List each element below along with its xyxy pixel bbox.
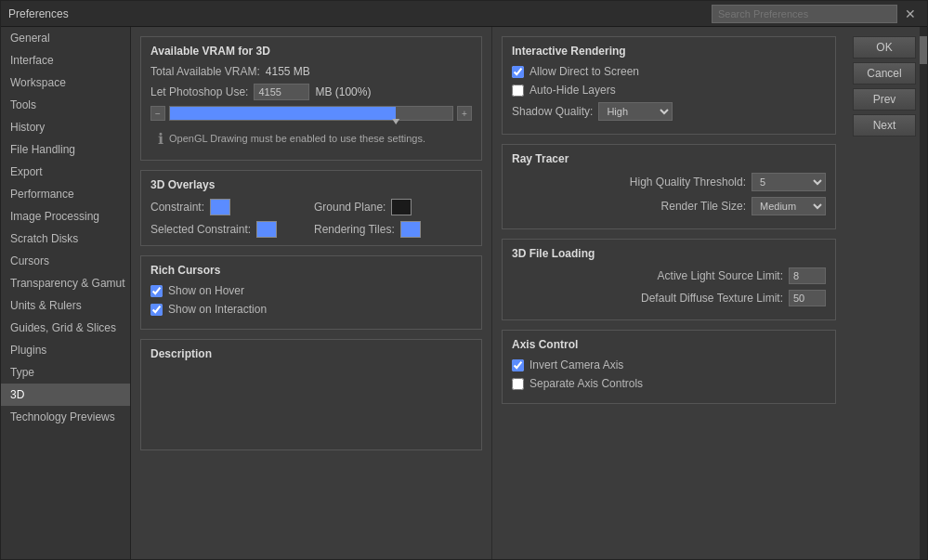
search-input[interactable]	[712, 5, 897, 23]
high-quality-select[interactable]: 5 10 15	[752, 173, 826, 191]
selected-constraint-swatch[interactable]	[256, 221, 277, 238]
main-content: General Interface Workspace Tools Histor…	[1, 27, 927, 559]
sidebar-item-general[interactable]: General	[1, 27, 130, 49]
right-panel: Interactive Rendering Allow Direct to Sc…	[492, 27, 845, 559]
prev-button[interactable]: Prev	[853, 88, 916, 111]
separate-axis-row: Separate Axis Controls	[512, 377, 826, 390]
shadow-quality-label: Shadow Quality:	[512, 105, 593, 118]
selected-constraint-row: Selected Constraint:	[150, 221, 308, 238]
file-loading-section: 3D File Loading Active Light Source Limi…	[502, 239, 836, 320]
invert-camera-label: Invert Camera Axis	[529, 358, 623, 371]
show-hover-label: Show on Hover	[168, 284, 244, 297]
auto-hide-checkbox[interactable]	[512, 85, 524, 97]
vram-title: Available VRAM for 3D	[150, 45, 472, 58]
sidebar-item-3d[interactable]: 3D	[1, 384, 130, 406]
sidebar-item-image-processing[interactable]: Image Processing	[1, 205, 130, 228]
overlays-grid: Constraint: Ground Plane: Selected Const…	[150, 199, 472, 238]
vram-progress-fill	[170, 107, 396, 120]
sidebar-item-history[interactable]: History	[1, 116, 130, 138]
total-vram-label: Total Available VRAM:	[150, 65, 260, 78]
shadow-quality-select[interactable]: Draft Medium High	[598, 102, 673, 121]
render-tile-label: Render Tile Size:	[661, 200, 746, 213]
let-use-unit: MB (100%)	[315, 85, 371, 98]
constraint-swatch[interactable]	[210, 199, 230, 215]
vram-section: Available VRAM for 3D Total Available VR…	[140, 36, 482, 161]
total-vram-row: Total Available VRAM: 4155 MB	[150, 65, 472, 78]
overlays-title: 3D Overlays	[150, 178, 472, 191]
active-light-row: Active Light Source Limit:	[512, 267, 826, 284]
right-scrollbar[interactable]	[920, 27, 927, 559]
description-title: Description	[150, 347, 472, 360]
sidebar-item-plugins[interactable]: Plugins	[1, 339, 130, 361]
overlays-section: 3D Overlays Constraint: Ground Plane: Se…	[140, 170, 482, 246]
auto-hide-row: Auto-Hide Layers	[512, 84, 826, 97]
sidebar-item-performance[interactable]: Performance	[1, 183, 130, 205]
show-interaction-row: Show on Interaction	[150, 303, 472, 316]
invert-camera-checkbox[interactable]	[512, 359, 524, 371]
left-panel: Available VRAM for 3D Total Available VR…	[131, 27, 492, 559]
sidebar-item-units-rulers[interactable]: Units & Rulers	[1, 294, 130, 317]
show-interaction-checkbox[interactable]	[150, 304, 163, 316]
rich-cursors-title: Rich Cursors	[150, 264, 472, 277]
allow-direct-row: Allow Direct to Screen	[512, 65, 826, 78]
auto-hide-label: Auto-Hide Layers	[529, 84, 616, 97]
ray-tracer-section: Ray Tracer High Quality Threshold: 5 10 …	[502, 144, 836, 229]
sidebar-item-scratch-disks[interactable]: Scratch Disks	[1, 228, 130, 250]
sidebar-item-guides-grid-slices[interactable]: Guides, Grid & Slices	[1, 317, 130, 339]
file-loading-title: 3D File Loading	[512, 247, 826, 260]
total-vram-value: 4155 MB	[266, 65, 310, 78]
sidebar-item-cursors[interactable]: Cursors	[1, 250, 130, 272]
render-tile-select[interactable]: Small Medium Large	[752, 197, 826, 215]
separate-axis-label: Separate Axis Controls	[529, 377, 643, 390]
active-light-input[interactable]	[789, 267, 826, 284]
title-bar-right: ✕	[712, 5, 920, 23]
slider-minus-button[interactable]: −	[150, 106, 165, 121]
sidebar-item-export[interactable]: Export	[1, 161, 130, 183]
let-use-label: Let Photoshop Use:	[150, 85, 248, 98]
info-icon: ℹ	[158, 132, 163, 147]
vram-slider-thumb	[392, 119, 399, 124]
opengl-notice: ℹ OpenGL Drawing must be enabled to use …	[150, 126, 472, 152]
notice-text: OpenGL Drawing must be enabled to use th…	[169, 132, 425, 146]
sidebar-item-tools[interactable]: Tools	[1, 94, 130, 116]
close-button[interactable]: ✕	[901, 6, 920, 22]
show-hover-row: Show on Hover	[150, 284, 472, 297]
slider-plus-button[interactable]: +	[457, 106, 472, 121]
diffuse-texture-row: Default Diffuse Texture Limit:	[512, 290, 826, 306]
show-hover-checkbox[interactable]	[150, 285, 163, 297]
cancel-button[interactable]: Cancel	[853, 62, 916, 85]
axis-control-section: Axis Control Invert Camera Axis Separate…	[502, 330, 836, 404]
interactive-rendering-section: Interactive Rendering Allow Direct to Sc…	[502, 36, 836, 135]
constraint-label: Constraint:	[150, 201, 204, 214]
description-section: Description	[140, 339, 482, 450]
next-button[interactable]: Next	[853, 114, 916, 137]
window-title: Preferences	[8, 7, 69, 20]
sidebar: General Interface Workspace Tools Histor…	[1, 27, 131, 559]
let-use-input[interactable]	[254, 84, 309, 100]
active-light-label: Active Light Source Limit:	[658, 269, 783, 282]
right-scrollbar-thumb[interactable]	[920, 36, 927, 64]
sidebar-item-file-handling[interactable]: File Handling	[1, 138, 130, 161]
preferences-window: Preferences ✕ General Interface Workspac…	[0, 0, 928, 560]
sidebar-item-type[interactable]: Type	[1, 361, 130, 384]
vram-progress-track[interactable]	[169, 106, 453, 121]
rendering-tiles-label: Rendering Tiles:	[314, 223, 395, 236]
constraint-row: Constraint:	[150, 199, 308, 215]
render-tile-row: Render Tile Size: Small Medium Large	[512, 197, 826, 215]
sidebar-item-transparency-gamut[interactable]: Transparency & Gamut	[1, 272, 130, 294]
title-bar-left: Preferences	[8, 7, 69, 20]
title-bar: Preferences ✕	[1, 1, 927, 27]
sidebar-item-interface[interactable]: Interface	[1, 49, 130, 72]
ground-plane-swatch[interactable]	[391, 199, 412, 215]
sidebar-item-workspace[interactable]: Workspace	[1, 72, 130, 94]
ray-tracer-title: Ray Tracer	[512, 152, 826, 165]
rendering-tiles-swatch[interactable]	[400, 221, 421, 238]
selected-constraint-label: Selected Constraint:	[150, 223, 251, 236]
rich-cursors-section: Rich Cursors Show on Hover Show on Inter…	[140, 255, 482, 330]
allow-direct-label: Allow Direct to Screen	[529, 65, 639, 78]
allow-direct-checkbox[interactable]	[512, 66, 524, 78]
ok-button[interactable]: OK	[853, 36, 916, 59]
diffuse-texture-input[interactable]	[789, 290, 826, 306]
separate-axis-checkbox[interactable]	[512, 378, 524, 390]
sidebar-item-technology-previews[interactable]: Technology Previews	[1, 406, 130, 428]
